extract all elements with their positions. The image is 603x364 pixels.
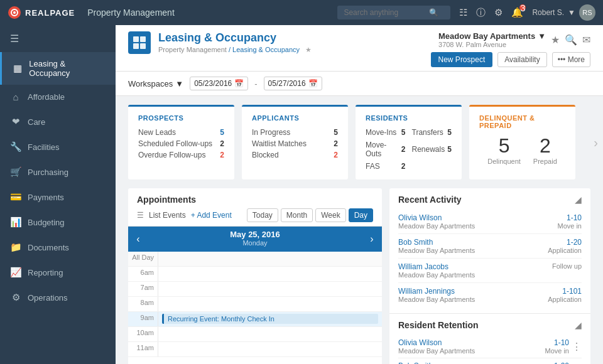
property-name[interactable]: Meadow Bay Apartments ▼	[438, 31, 546, 41]
svg-rect-5	[133, 43, 139, 49]
sidebar-item-label-budgeting: Budgeting	[28, 218, 65, 227]
property-info: Meadow Bay Apartments ▼ 3708 W. Palm Ave…	[438, 31, 546, 48]
chevron-down-icon: ▼	[568, 8, 575, 17]
month-button[interactable]: Month	[281, 208, 313, 222]
appt-prev-button[interactable]: ‹	[128, 233, 148, 245]
breadcrumb-current: Leasing & Occupancy	[232, 46, 300, 53]
new-prospect-button[interactable]: New Prospect	[431, 52, 493, 67]
sidebar: ☰ ▦ Leasing & Occupancy ⌂ Affordable ❤ C…	[0, 25, 116, 364]
activity-apt-2: Meadow Bay Apartments	[398, 271, 475, 279]
activity-left-1: Bob Smith Meadow Bay Apartments	[398, 238, 475, 254]
blocked-value: 2	[334, 151, 338, 159]
sidebar-item-documents[interactable]: 📁 Documents	[0, 235, 116, 260]
11am-label: 11am	[128, 342, 158, 356]
grid-icon[interactable]: ☷	[459, 7, 467, 18]
care-icon: ❤	[10, 116, 21, 127]
appt-allday-row: All Day	[128, 252, 382, 267]
delinquent-nums: 5 Delinquent 2 Prepaid	[479, 134, 565, 165]
stats-chevron-container: ›	[583, 105, 590, 179]
stats-chevron-right-icon[interactable]: ›	[594, 135, 598, 149]
activity-unit-3[interactable]: 1-101	[548, 287, 582, 296]
sidebar-item-budgeting[interactable]: 📊 Budgeting	[0, 210, 116, 235]
retention-name-1[interactable]: Bob Smith	[398, 361, 475, 364]
9am-label: 9am	[128, 312, 158, 326]
activity-name-1[interactable]: Bob Smith	[398, 238, 475, 247]
sidebar-item-facilities[interactable]: 🔧 Facilities	[0, 134, 116, 159]
retention-unit-1[interactable]: 1-20	[535, 361, 569, 364]
realpage-logo-icon	[8, 6, 21, 19]
retention-info-0: 1-10 Move in	[545, 338, 569, 355]
fas-value: 2	[401, 162, 406, 171]
sidebar-item-label-reporting: Reporting	[28, 268, 63, 277]
today-button[interactable]: Today	[247, 208, 278, 222]
6am-content	[158, 267, 382, 281]
star-icon[interactable]: ★	[551, 34, 560, 46]
sidebar-item-care[interactable]: ❤ Care	[0, 109, 116, 134]
8am-content	[158, 297, 382, 311]
prospects-row-1: Scheduled Follow-ups 2	[138, 138, 224, 149]
in-progress-value: 5	[334, 128, 338, 137]
day-button[interactable]: Day	[349, 208, 373, 222]
sidebar-item-leasing[interactable]: ▦ Leasing & Occupancy	[0, 52, 116, 85]
activity-unit-1[interactable]: 1-20	[548, 238, 582, 247]
overdue-followups-value: 2	[220, 151, 224, 159]
activity-item-0: Olivia Wilson Meadow Bay Apartments 1-10…	[398, 210, 582, 234]
activity-name-3[interactable]: William Jennings	[398, 287, 475, 296]
monthly-checkin-event[interactable]: Recurring Event: Monthly Check In	[162, 314, 378, 324]
sidebar-item-operations[interactable]: ⚙ Operations	[0, 285, 116, 310]
waitlist-label: Waitlist Matches	[252, 139, 307, 148]
sidebar-item-affordable[interactable]: ⌂ Affordable	[0, 85, 116, 109]
operations-icon: ⚙	[10, 292, 21, 303]
user-area[interactable]: Robert S. ▼ RS	[532, 4, 595, 21]
logo: REALPAGE	[8, 6, 75, 19]
new-leads-label: New Leads	[138, 128, 176, 137]
retention-dots-0[interactable]: ⋮	[572, 341, 582, 353]
email-icon[interactable]: ✉	[582, 34, 590, 46]
recent-activity-filter-icon[interactable]: ◢	[575, 195, 582, 205]
activity-unit-0[interactable]: 1-10	[557, 213, 582, 222]
retention-apt-0: Meadow Bay Apartments	[398, 347, 475, 355]
resident-retention-section: Resident Retention ◢ Olivia Wilson Meado…	[389, 314, 590, 364]
more-button[interactable]: ••• More	[552, 52, 590, 67]
svg-point-2	[13, 11, 16, 14]
sidebar-item-label-documents: Documents	[28, 243, 69, 252]
availability-button[interactable]: Availability	[497, 52, 546, 67]
search-bar[interactable]: 🔍	[337, 6, 450, 19]
transfers-value: 5	[447, 128, 452, 137]
7am-content	[158, 282, 382, 296]
prepaid-block: 2 Prepaid	[533, 134, 557, 165]
property-address: 3708 W. Palm Avenue	[438, 41, 546, 48]
favorite-star-icon[interactable]: ★	[305, 46, 312, 53]
breadcrumb-home[interactable]: Property Management	[158, 46, 227, 53]
retention-unit-0[interactable]: 1-10	[545, 338, 569, 347]
retention-name-0[interactable]: Olivia Wilson	[398, 338, 475, 347]
activity-name-0[interactable]: Olivia Wilson	[398, 213, 475, 222]
sidebar-item-reporting[interactable]: 📈 Reporting	[0, 260, 116, 285]
workspaces-dropdown[interactable]: Workspaces ▼	[128, 79, 183, 88]
help-icon[interactable]: ⓘ	[476, 7, 486, 19]
sidebar-item-purchasing[interactable]: 🛒 Purchasing	[0, 159, 116, 185]
retention-left-1: Bob Smith Meadow Bay Apartments	[398, 361, 475, 364]
week-button[interactable]: Week	[315, 208, 345, 222]
activity-right-2: Follow up	[552, 262, 582, 270]
appt-next-button[interactable]: ›	[362, 233, 382, 245]
retention-left-0: Olivia Wilson Meadow Bay Apartments	[398, 338, 475, 355]
prospects-row-0: New Leads 5	[138, 127, 224, 138]
appointments-toolbar: ☰ List Events + Add Event Today Month We…	[128, 205, 382, 227]
list-events-button[interactable]: List Events	[149, 211, 186, 220]
date-start-input[interactable]: 05/23/2016 📅	[190, 77, 248, 90]
sidebar-item-payments[interactable]: 💳 Payments	[0, 185, 116, 210]
svg-rect-6	[140, 43, 146, 49]
notifications-icon[interactable]: 🔔 3	[511, 7, 523, 18]
retention-filter-icon[interactable]: ◢	[575, 320, 582, 330]
sidebar-hamburger[interactable]: ☰	[0, 25, 116, 52]
workspaces-chevron-icon: ▼	[175, 79, 183, 88]
search-header-icon[interactable]: 🔍	[565, 34, 577, 46]
activity-name-2[interactable]: William Jacobs	[398, 262, 475, 271]
add-event-button[interactable]: + Add Event	[191, 211, 232, 220]
top-nav-icons: ☷ ⓘ ⚙ 🔔 3	[459, 7, 523, 19]
settings-icon[interactable]: ⚙	[494, 7, 503, 18]
date-end-input[interactable]: 05/27/2016 📅	[264, 77, 322, 90]
main-content: Leasing & Occupancy Property Management …	[116, 25, 603, 364]
search-input[interactable]	[344, 8, 425, 17]
